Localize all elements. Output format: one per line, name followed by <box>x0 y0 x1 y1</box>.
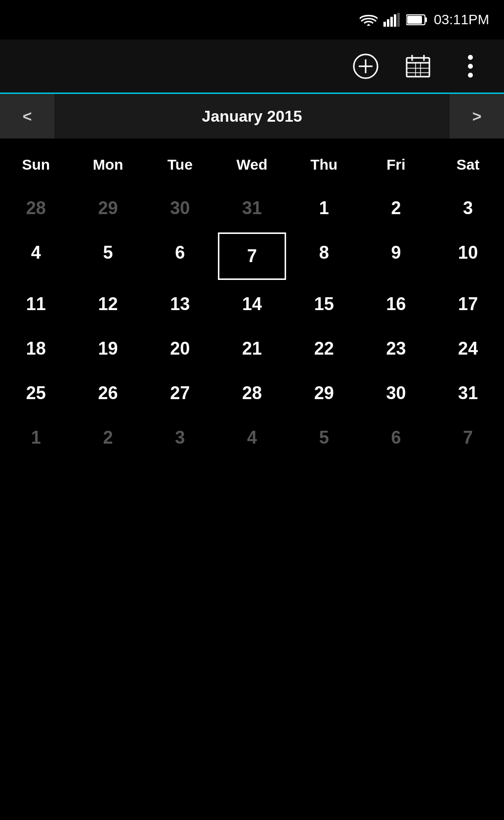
calendar-day[interactable]: 14 <box>216 282 288 326</box>
calendar-day[interactable]: 6 <box>360 415 432 460</box>
calendar-day[interactable]: 19 <box>72 326 144 371</box>
day-header-sat: Sat <box>432 148 504 181</box>
calendar-day[interactable]: 18 <box>0 326 72 371</box>
calendar-day[interactable]: 31 <box>216 186 288 230</box>
prev-month-button[interactable]: < <box>0 94 54 138</box>
calendar-day[interactable]: 2 <box>360 186 432 230</box>
calendar-day[interactable]: 16 <box>360 282 432 326</box>
calendar-day[interactable]: 13 <box>144 282 216 326</box>
calendar-day[interactable]: 20 <box>144 326 216 371</box>
svg-point-20 <box>468 64 473 69</box>
status-icons: 03:11PM <box>360 12 489 28</box>
day-header-wed: Wed <box>216 148 288 181</box>
calendar-day[interactable]: 29 <box>72 186 144 230</box>
calendar-day[interactable]: 28 <box>216 371 288 415</box>
calendar-day[interactable]: 28 <box>0 186 72 230</box>
calendar-day[interactable]: 4 <box>216 415 288 460</box>
calendar-view-icon[interactable] <box>404 52 432 80</box>
calendar-title: January 2015 <box>54 107 450 126</box>
calendar-day[interactable]: 9 <box>360 230 432 282</box>
calendar-day[interactable]: 15 <box>288 282 360 326</box>
next-month-button[interactable]: > <box>450 94 504 138</box>
svg-rect-0 <box>383 22 386 27</box>
svg-point-19 <box>468 55 473 60</box>
day-header-sun: Sun <box>0 148 72 181</box>
wifi-icon <box>360 13 378 27</box>
day-header-thu: Thu <box>288 148 360 181</box>
calendar-nav: < January 2015 > <box>0 94 504 138</box>
svg-rect-6 <box>425 17 427 22</box>
status-time: 03:11PM <box>434 12 489 28</box>
calendar-day[interactable]: 17 <box>432 282 504 326</box>
calendar-day[interactable]: 24 <box>432 326 504 371</box>
calendar-day[interactable]: 8 <box>288 230 360 282</box>
calendar-day[interactable]: 5 <box>288 415 360 460</box>
status-bar: 03:11PM <box>0 0 504 40</box>
calendar-day[interactable]: 21 <box>216 326 288 371</box>
calendar-day[interactable]: 30 <box>144 186 216 230</box>
day-headers: SunMonTueWedThuFriSat <box>0 138 504 186</box>
day-header-fri: Fri <box>360 148 432 181</box>
calendar-grid: 2829303112345678910111213141516171819202… <box>0 186 504 460</box>
calendar-day[interactable]: 12 <box>72 282 144 326</box>
day-header-tue: Tue <box>144 148 216 181</box>
svg-rect-3 <box>394 14 396 27</box>
calendar-day[interactable]: 2 <box>72 415 144 460</box>
calendar-day[interactable]: 10 <box>432 230 504 282</box>
calendar-day[interactable]: 1 <box>0 415 72 460</box>
svg-point-21 <box>468 73 473 78</box>
battery-icon <box>406 14 428 26</box>
calendar-day[interactable]: 4 <box>0 230 72 282</box>
calendar-day[interactable]: 7 <box>218 232 286 280</box>
action-bar <box>0 40 504 94</box>
svg-rect-4 <box>397 13 400 27</box>
calendar-day[interactable]: 6 <box>144 230 216 282</box>
calendar-day[interactable]: 25 <box>0 371 72 415</box>
calendar-day[interactable]: 30 <box>360 371 432 415</box>
svg-rect-7 <box>407 16 422 24</box>
calendar-day[interactable]: 23 <box>360 326 432 371</box>
calendar-day[interactable]: 27 <box>144 371 216 415</box>
signal-icon <box>383 13 400 27</box>
calendar-day[interactable]: 5 <box>72 230 144 282</box>
svg-rect-1 <box>387 19 389 27</box>
calendar-day[interactable]: 3 <box>432 186 504 230</box>
calendar-day[interactable]: 31 <box>432 371 504 415</box>
calendar-day[interactable]: 3 <box>144 415 216 460</box>
calendar-day[interactable]: 1 <box>288 186 360 230</box>
calendar-day[interactable]: 26 <box>72 371 144 415</box>
day-header-mon: Mon <box>72 148 144 181</box>
svg-rect-2 <box>390 17 393 27</box>
more-options-icon[interactable] <box>457 52 484 80</box>
calendar-day[interactable]: 22 <box>288 326 360 371</box>
svg-rect-11 <box>407 58 429 77</box>
add-icon[interactable] <box>352 52 379 80</box>
calendar-day[interactable]: 11 <box>0 282 72 326</box>
calendar-day[interactable]: 7 <box>432 415 504 460</box>
calendar-day[interactable]: 29 <box>288 371 360 415</box>
